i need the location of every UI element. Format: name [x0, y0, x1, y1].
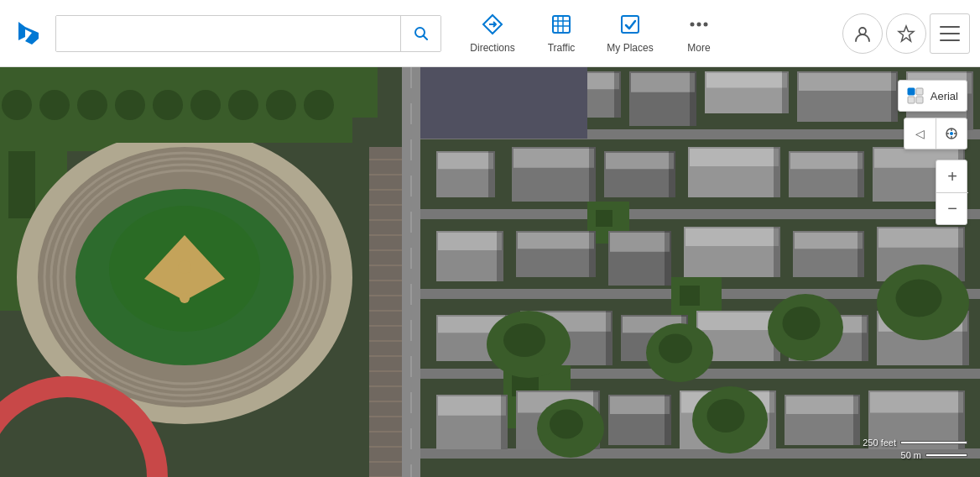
svg-point-13 [704, 22, 708, 26]
map-container[interactable]: Aerial ◁ + − 250 feet 50 m [0, 67, 980, 477]
aerial-label: Aerial [930, 90, 958, 102]
nav-myplaces-button[interactable]: My Places [596, 4, 665, 63]
svg-rect-17 [916, 88, 923, 95]
hamburger-icon [940, 26, 960, 41]
zoom-in-button[interactable]: + [936, 160, 968, 192]
compass-controls: ◁ [904, 118, 967, 149]
nav-more-button[interactable]: More [665, 4, 733, 63]
nav-traffic-button[interactable]: Traffic [527, 4, 596, 63]
header: Directions Traffic My Pla [0, 0, 980, 67]
svg-point-14 [859, 28, 866, 34]
scale-meters-label: 50 m [901, 450, 921, 460]
nav-buttons: Directions Traffic My Pla [458, 4, 733, 63]
svg-point-11 [691, 22, 695, 26]
svg-line-2 [423, 35, 427, 39]
scale-meters-row: 50 m [901, 450, 967, 460]
rotate-left-button[interactable]: ◁ [904, 118, 936, 149]
hamburger-menu-button[interactable] [930, 13, 970, 54]
svg-rect-16 [908, 88, 915, 95]
search-button[interactable] [400, 16, 440, 51]
bing-logo [10, 15, 47, 52]
scale-feet-label: 250 feet [863, 438, 896, 448]
zoom-out-button[interactable]: − [936, 192, 968, 224]
scale-bar: 250 feet 50 m [863, 438, 967, 460]
directions-label: Directions [470, 42, 514, 54]
svg-rect-19 [916, 97, 923, 103]
directions-icon [482, 13, 503, 39]
svg-rect-18 [908, 97, 915, 103]
search-input[interactable] [56, 16, 400, 51]
scale-feet-line [900, 441, 967, 444]
user-button[interactable] [842, 13, 883, 54]
scale-meters-line [925, 453, 967, 457]
zoom-controls: + − [936, 160, 967, 225]
traffic-label: Traffic [548, 42, 576, 54]
myplaces-icon [619, 13, 641, 39]
svg-rect-10 [622, 16, 639, 33]
aerial-toggle-button[interactable]: Aerial [898, 80, 967, 112]
nav-directions-button[interactable]: Directions [458, 4, 527, 63]
svg-point-21 [950, 132, 953, 135]
search-container [55, 15, 441, 52]
svg-rect-5 [553, 16, 570, 33]
more-label: More [687, 42, 710, 54]
right-buttons [842, 13, 970, 54]
scale-feet-row: 250 feet [863, 438, 967, 448]
map-canvas [0, 67, 980, 477]
svg-marker-0 [18, 22, 39, 45]
traffic-icon [550, 13, 572, 39]
north-up-button[interactable] [936, 118, 967, 149]
svg-marker-15 [899, 26, 914, 41]
more-dots-icon [688, 13, 710, 39]
svg-point-12 [697, 22, 701, 26]
rewards-button[interactable] [886, 13, 926, 54]
myplaces-label: My Places [607, 42, 653, 54]
